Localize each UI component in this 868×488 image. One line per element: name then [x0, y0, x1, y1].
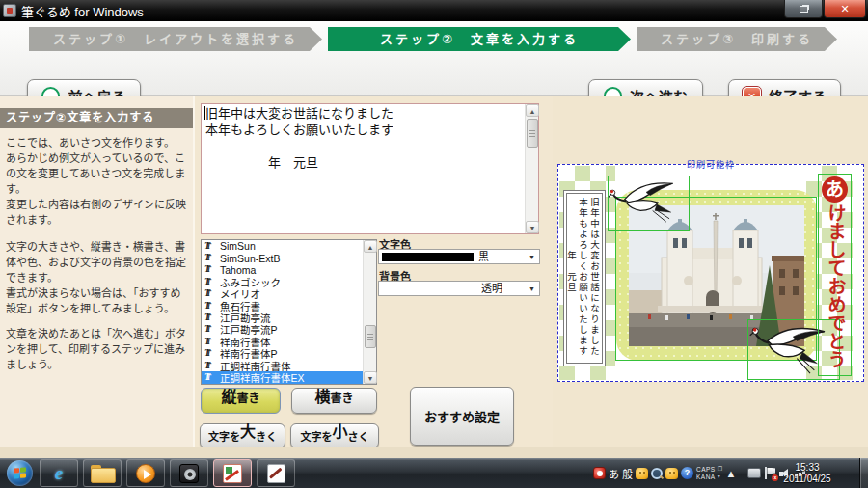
fudegurume-app-icon	[223, 464, 242, 483]
close-icon: ✕	[840, 3, 849, 15]
chevron-down-icon: ▼	[529, 254, 535, 260]
chevron-down-icon: ▼	[529, 285, 535, 292]
folder-icon	[91, 465, 114, 481]
background-color-dropdown[interactable]: 透明 ▼	[378, 281, 540, 296]
help-tray-icon[interactable]: ?	[681, 467, 693, 479]
enlarge-text-button[interactable]: 文字を大きく	[200, 423, 285, 448]
app-window: 筆ぐるめ for Windows ✕ ステップ① レイアウトを選択する ステップ…	[0, 0, 868, 488]
truetype-icon: TT	[204, 264, 216, 275]
taskbar-ie-button[interactable]: e	[40, 459, 78, 487]
truetype-icon: TT	[204, 337, 216, 347]
printable-area-label: 印刷可能枠	[683, 158, 739, 171]
search-tray-icon[interactable]	[651, 468, 663, 479]
truetype-icon: TT	[204, 348, 216, 359]
clock-time: 15:33	[773, 462, 841, 474]
scroll-up-icon[interactable]: ▲	[526, 104, 539, 117]
text-color-swatch	[382, 253, 474, 261]
window-title: 筆ぐるめ for Windows	[21, 2, 144, 20]
font-item[interactable]: TTSimSun	[202, 240, 364, 252]
editor-scrollbar-thumb[interactable]	[527, 119, 538, 148]
background-color-value: 透明	[481, 283, 502, 295]
taskbar-fudegurume-button[interactable]	[213, 459, 252, 487]
keyboard-tray-icon[interactable]	[747, 468, 761, 478]
font-list-scrollbar[interactable]: ▲ ▼	[363, 240, 376, 384]
ime-caps-kana-indicator[interactable]: CAPS❐ KANA▾	[696, 466, 723, 480]
font-list: TTSimSun TTSimSun-ExtB TTTahoma TTふみゴシック…	[201, 239, 377, 385]
scroll-up-icon[interactable]: ▲	[364, 240, 377, 253]
font-list-scrollbar-thumb[interactable]	[365, 325, 376, 348]
truetype-icon: TT	[204, 312, 216, 323]
greeting-text[interactable]: 旧年中は大変お世話になりました 本年もよろしくお願いいたします 年 元旦	[205, 105, 523, 232]
restore-window-button[interactable]	[784, 0, 823, 18]
text-color-value: 黒	[478, 251, 489, 263]
tray-app-icon-1[interactable]	[636, 468, 648, 479]
editor-scrollbar[interactable]: ▲ ▼	[525, 104, 538, 233]
app-icon	[3, 4, 16, 17]
headline-rest-text: けましておめでとう	[821, 203, 850, 368]
horizontal-writing-big: 横	[314, 390, 330, 405]
windows-taskbar: e あ 般 ? CAPS❐ KANA▾ ▲ x ✕	[0, 458, 868, 488]
instructions-sidebar: ステップ②文章を入力する ここでは、あいさつ文を作ります。 あらかじめ例文が入っ…	[0, 96, 195, 447]
internet-explorer-icon: e	[55, 463, 63, 484]
step-1-layout: ステップ① レイアウトを選択する	[29, 27, 322, 51]
step-2-text: ステップ② 文章を入力する	[328, 27, 631, 51]
sidebar-header: ステップ②文章を入力する	[0, 108, 193, 128]
ime-input-mode[interactable]: あ	[609, 466, 619, 481]
truetype-icon: TT	[204, 253, 216, 263]
close-window-button[interactable]: ✕	[824, 0, 866, 18]
restore-icon	[800, 6, 808, 13]
clock-date: 2011/04/25	[773, 474, 841, 485]
horizontal-writing-button[interactable]: 横書き	[291, 388, 377, 414]
truetype-icon: TT	[204, 301, 216, 312]
taskbar-editor-button[interactable]	[257, 459, 295, 487]
card-canvas[interactable]: 印刷可能枠	[557, 164, 864, 382]
greeting-vertical-text: 旧年中は大変お世話になりました 本年もよろしくお願いいたします 年 元旦	[567, 194, 602, 363]
taskbar-clock[interactable]: 15:33 2011/04/25	[773, 462, 841, 485]
scroll-down-icon[interactable]: ▼	[526, 221, 539, 233]
crane-object-top[interactable]	[608, 176, 690, 231]
font-item-label: SimSun	[220, 240, 256, 252]
ime-conversion-mode[interactable]: 般	[622, 466, 633, 481]
truetype-icon: TT	[204, 361, 216, 371]
ime-tool-icon[interactable]	[593, 467, 606, 479]
greeting-text-object[interactable]: 旧年中は大変お世話になりました 本年もよろしくお願いいたします 年 元旦	[563, 190, 606, 366]
sidebar-paragraph-3: 文章を決めたあとは「次へ進む」ボタンを押して、印刷するステップに進みましょう。	[6, 326, 191, 372]
card-preview-pane: 印刷可能枠	[553, 96, 868, 447]
vertical-writing-button[interactable]: 縦書き	[201, 388, 281, 414]
sidebar-paragraph-2: 文字の大きさや、縦書き・横書き、書体や色、および文字の背景の色を指定できます。 …	[6, 239, 191, 316]
taskbar-photoapp-button[interactable]	[170, 459, 208, 487]
taskbar-mediaplayer-button[interactable]	[126, 459, 165, 487]
scroll-down-icon[interactable]: ▼	[364, 371, 377, 384]
shrink-text-button[interactable]: 文字を小さく	[290, 423, 379, 448]
vertical-writing-rest: 書き	[237, 389, 260, 405]
font-item-label: SimSun-ExtB	[220, 253, 280, 264]
headline-text-object[interactable]: あ けましておめでとう	[818, 174, 852, 376]
windows-flag-icon	[14, 467, 26, 478]
step-3-print: ステップ③ 印刷する	[637, 27, 837, 51]
truetype-icon: TT	[204, 324, 216, 335]
sidebar-paragraph-1: ここでは、あいさつ文を作ります。 あらかじめ例文が入っているので、この文を変更し…	[6, 135, 191, 228]
taskbar-explorer-button[interactable]	[83, 459, 122, 487]
start-button[interactable]	[7, 460, 33, 486]
media-player-icon	[136, 464, 155, 483]
show-desktop-button[interactable]	[859, 458, 868, 488]
truetype-icon: TT	[204, 241, 216, 252]
recommended-settings-button[interactable]: おすすめ設定	[410, 387, 514, 446]
pen-document-icon	[267, 464, 285, 483]
font-item-label: 正調祥南行書体EX	[220, 370, 305, 385]
greeting-inner-border: 旧年中は大変お世話になりました 本年もよろしくお願いいたします 年 元旦	[566, 193, 603, 364]
greeting-text-editor[interactable]: 旧年中は大変お世話になりました 本年もよろしくお願いいたします 年 元旦 ▲ ▼	[201, 103, 539, 234]
tray-app-icon-2[interactable]	[665, 468, 678, 479]
text-color-dropdown[interactable]: 黒 ▼	[378, 249, 540, 264]
horizontal-writing-rest: 書き	[331, 389, 354, 405]
font-item[interactable]: TTSimSun-ExtB	[202, 252, 364, 263]
truetype-icon: TT	[204, 288, 216, 299]
wizard-topbar: ステップ① レイアウトを選択する ステップ② 文章を入力する ステップ③ 印刷す…	[0, 21, 868, 96]
window-titlebar: 筆ぐるめ for Windows ✕	[0, 0, 868, 21]
crane-illustration	[609, 176, 689, 230]
font-item-selected[interactable]: TT正調祥南行書体EX	[202, 371, 364, 383]
footer-strip	[0, 447, 868, 458]
truetype-icon: TT	[204, 277, 216, 287]
show-hidden-icons-chevron[interactable]: ▲	[726, 468, 737, 479]
headline-first-char: あ	[822, 176, 848, 203]
